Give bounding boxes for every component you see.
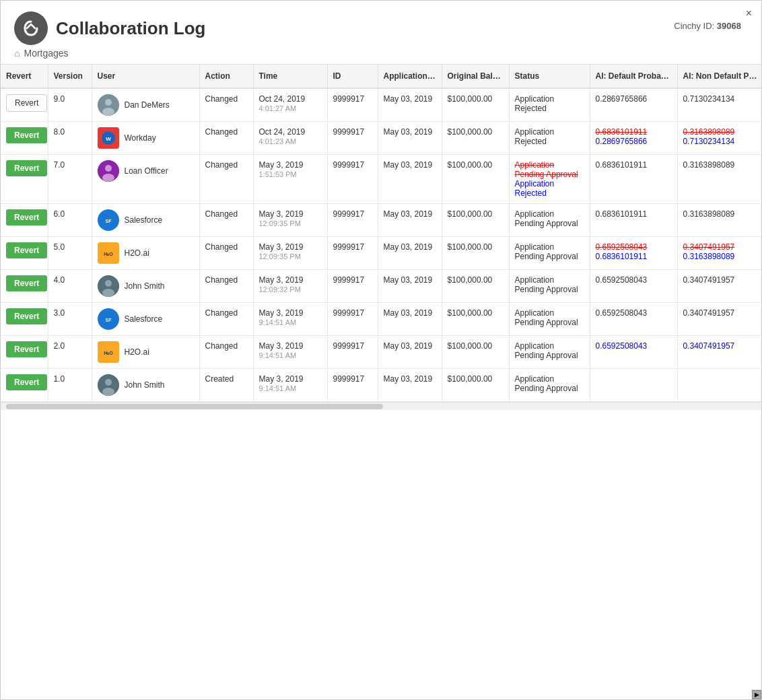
revert-button[interactable]: Revert	[6, 242, 47, 258]
action-cell: Changed	[199, 204, 253, 237]
time-cell: May 3, 201912:09:35 PM	[253, 204, 327, 237]
ai-default-new: 0.6592508043	[596, 341, 672, 351]
ai-default-old: 0.6592508043	[596, 242, 672, 252]
status-value: Application Rejected	[515, 94, 555, 113]
action-cell: Changed	[199, 336, 253, 369]
status-old: Application Pending Approval	[515, 160, 584, 179]
ai-nondefault-new: 0.3407491957	[683, 341, 759, 351]
time-sub: 9:14:51 AM	[259, 351, 297, 359]
status-value: Application Rejected	[515, 127, 555, 146]
revert-button[interactable]: Revert	[6, 275, 47, 291]
id-cell: 9999917	[327, 88, 378, 122]
app-date-cell: May 03, 2019	[378, 155, 442, 204]
time-sub: 12:09:35 PM	[259, 252, 301, 260]
ai-default-cell: 0.68361019110.2869765866	[590, 122, 677, 155]
ai-default-cell: 0.2869765866	[590, 88, 677, 122]
ai-nondefault-cell: 0.3407491957	[677, 303, 761, 336]
time-cell: May 3, 201912:09:35 PM	[253, 237, 327, 270]
svg-text:SF: SF	[105, 318, 112, 322]
app-date-cell: May 03, 2019	[378, 122, 442, 155]
col-header-action: Action	[199, 65, 253, 88]
user-name: Dan DeMers	[125, 100, 170, 110]
time-main: Oct 24, 2019	[259, 94, 306, 104]
id-cell: 9999917	[327, 155, 378, 204]
svg-point-21	[102, 388, 114, 396]
time-sub: 9:14:51 AM	[259, 318, 297, 326]
revert-button[interactable]: Revert	[6, 209, 47, 225]
table-row: Revert1.0John SmithCreatedMay 3, 20199:1…	[1, 369, 761, 402]
action-cell: Created	[199, 369, 253, 402]
balance-cell: $100,000.00	[442, 88, 509, 122]
id-cell: 9999917	[327, 369, 378, 402]
ai-nondefault-cell: 0.3407491957	[677, 336, 761, 369]
collaboration-table: Revert Version User Action Time ID Appli…	[1, 65, 761, 402]
col-header-revert: Revert	[1, 65, 48, 88]
time-sub: 12:09:32 PM	[259, 285, 301, 293]
col-header-ai-default: AI: Default Probability	[590, 65, 677, 88]
svg-point-7	[102, 174, 114, 182]
revert-button[interactable]: Revert	[6, 127, 47, 143]
page-title: Collaboration Log	[56, 18, 205, 39]
svg-point-2	[102, 108, 114, 116]
action-cell: Changed	[199, 155, 253, 204]
status-value: Application Pending Approval	[515, 374, 578, 393]
title-bar: × Collaboration Log ⌂ Mortgages Cinchy I…	[1, 1, 761, 65]
table-row: Revert2.0H₂OH2O.aiChangedMay 3, 20199:14…	[1, 336, 761, 369]
svg-point-6	[105, 165, 112, 172]
app-date-cell: May 03, 2019	[378, 237, 442, 270]
revert-button[interactable]: Revert	[6, 160, 47, 176]
time-main: May 3, 2019	[259, 341, 304, 351]
time-cell: Oct 24, 20194:01:23 AM	[253, 122, 327, 155]
user-name: Salesforce	[125, 215, 163, 225]
time-cell: May 3, 20199:14:51 AM	[253, 369, 327, 402]
close-button[interactable]: ×	[746, 7, 752, 20]
user-cell: H₂OH2O.ai	[92, 336, 199, 369]
ai-default-cell: 0.6592508043	[590, 336, 677, 369]
time-main: May 3, 2019	[259, 242, 304, 252]
col-header-ai-nondefault: AI: Non Default Prob ▲	[677, 65, 761, 88]
balance-cell: $100,000.00	[442, 204, 509, 237]
horizontal-scrollbar[interactable]: ▶	[1, 402, 761, 410]
app-date-cell: May 03, 2019	[378, 270, 442, 303]
revert-button[interactable]: Revert	[6, 308, 47, 324]
balance-cell: $100,000.00	[442, 237, 509, 270]
status-cell: Application Pending Approval	[509, 369, 590, 402]
user-cell: John Smith	[92, 270, 199, 303]
subtitle: Mortgages	[24, 48, 68, 59]
ai-nondefault-cell: 0.3163898089	[677, 204, 761, 237]
time-sub: 12:09:35 PM	[259, 219, 301, 228]
balance-cell: $100,000.00	[442, 369, 509, 402]
action-cell: Changed	[199, 303, 253, 336]
ai-nondefault-cell: 0.7130234134	[677, 88, 761, 122]
time-main: May 3, 2019	[259, 308, 304, 318]
user-name: John Smith	[125, 281, 165, 291]
svg-text:W: W	[106, 136, 111, 142]
time-cell: Oct 24, 20194:01:27 AM	[253, 88, 327, 122]
id-cell: 9999917	[327, 237, 378, 270]
balance-cell: $100,000.00	[442, 270, 509, 303]
app-date-cell: May 03, 2019	[378, 204, 442, 237]
id-cell: 9999917	[327, 204, 378, 237]
ai-default-old: 0.6836101911	[596, 127, 672, 137]
svg-text:H₂O: H₂O	[104, 351, 113, 355]
revert-button[interactable]: Revert	[6, 341, 47, 357]
balance-cell: $100,000.00	[442, 336, 509, 369]
col-header-original-balance: Original Balance	[442, 65, 509, 88]
action-cell: Changed	[199, 237, 253, 270]
time-main: Oct 24, 2019	[259, 127, 306, 137]
status-cell: Application Rejected	[509, 88, 590, 122]
svg-point-13	[105, 280, 112, 287]
ai-nondefault-new: 0.7130234134	[683, 137, 759, 146]
time-sub: 1:51:53 PM	[259, 170, 297, 178]
user-name: Salesforce	[125, 314, 163, 324]
time-main: May 3, 2019	[259, 160, 304, 170]
ai-nondefault-new: 0.3163898089	[683, 252, 759, 261]
table-container: Revert Version User Action Time ID Appli…	[1, 65, 761, 402]
table-row: Revert3.0SFSalesforceChangedMay 3, 20199…	[1, 303, 761, 336]
balance-cell: $100,000.00	[442, 155, 509, 204]
revert-button[interactable]: Revert	[6, 374, 47, 390]
col-header-application-date: Application Date	[378, 65, 442, 88]
user-cell: SFSalesforce	[92, 204, 199, 237]
version-cell: 5.0	[48, 237, 92, 270]
table-row: Revert7.0Loan OfficerChangedMay 3, 20191…	[1, 155, 761, 204]
